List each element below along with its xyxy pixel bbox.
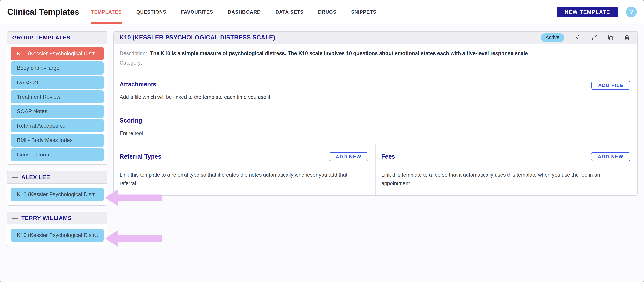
- sidebar-item-body-chart[interactable]: Body chart - large: [11, 61, 104, 75]
- practitioner-name: TERRY WILLIAMS: [21, 215, 72, 221]
- edit-icon[interactable]: [591, 34, 597, 41]
- practitioner-list-terry-williams: K10 (Kessler Psychological Distr…: [7, 224, 107, 246]
- group-templates-title: GROUP TEMPLATES: [12, 35, 70, 41]
- practitioner-list-alex-lee: K10 (Kessler Psychological Distr…: [7, 184, 107, 205]
- template-header: K10 (KESSLER PSYCHOLOGICAL DISTRESS SCAL…: [114, 32, 637, 44]
- sidebar-item-k10-alex-lee[interactable]: K10 (Kessler Psychological Distr…: [11, 188, 104, 201]
- collapse-dash-icon: —: [12, 174, 18, 181]
- description-section: Description: The K10 is a simple measure…: [114, 44, 637, 73]
- fees-section: Fees ADD NEW Link this template to a fee…: [376, 145, 637, 195]
- left-arrow-annotation-terry-williams: [106, 230, 162, 246]
- attachments-section: Attachments Add a file which will be lin…: [114, 73, 637, 109]
- left-arrow-annotation-alex-lee: [106, 190, 162, 206]
- add-fee-button[interactable]: ADD NEW: [591, 152, 630, 161]
- referral-types-title: Referral Types: [120, 153, 161, 160]
- collapse-dash-icon: —: [12, 215, 18, 221]
- practitioner-panel-alex-lee: — ALEX LEE K10 (Kessler Psychological Di…: [7, 171, 108, 206]
- tab-drugs[interactable]: DRUGS: [318, 1, 336, 24]
- description-label: Description:: [120, 51, 147, 56]
- delete-icon[interactable]: [624, 34, 630, 41]
- tab-questions[interactable]: QUESTIONS: [136, 1, 166, 24]
- group-templates-panel: GROUP TEMPLATES K10 (Kessler Psychologic…: [7, 31, 108, 165]
- attachments-title: Attachments: [120, 81, 272, 88]
- group-templates-list: K10 (Kessler Psychological Distr… Body c…: [7, 44, 107, 164]
- scoring-value: Entire tool: [120, 129, 630, 137]
- practitioner-name: ALEX LEE: [21, 174, 50, 181]
- category-label: Category:: [120, 60, 142, 66]
- app-logo: Clinical Templates: [7, 7, 79, 17]
- practitioner-panel-terry-williams: — TERRY WILLIAMS K10 (Kessler Psychologi…: [7, 212, 108, 246]
- description-value: The K10 is a simple measure of psycholog…: [150, 51, 528, 56]
- main-nav: TEMPLATES QUESTIONS FAVOURITES DASHBOARD…: [91, 1, 376, 24]
- status-badge: Active: [541, 33, 564, 42]
- sidebar-item-referral-acceptance[interactable]: Referral Acceptance: [11, 119, 104, 132]
- tab-dashboard[interactable]: DASHBOARD: [228, 1, 261, 24]
- tab-data-sets[interactable]: DATA SETS: [275, 1, 304, 24]
- add-file-button[interactable]: ADD FILE: [591, 81, 630, 90]
- copy-icon[interactable]: [607, 34, 614, 41]
- sidebar-item-k10-terry-williams[interactable]: K10 (Kessler Psychological Distr…: [11, 229, 104, 242]
- content-area: GROUP TEMPLATES K10 (Kessler Psychologic…: [0, 24, 644, 282]
- practitioner-header-alex-lee[interactable]: — ALEX LEE: [7, 171, 107, 184]
- scoring-section: Scoring Entire tool: [114, 109, 637, 145]
- template-actions: Active: [541, 33, 630, 42]
- sidebar-item-k10[interactable]: K10 (Kessler Psychological Distr…: [11, 47, 104, 60]
- new-template-button[interactable]: NEW TEMPLATE: [557, 7, 618, 17]
- tab-favourites[interactable]: FAVOURITES: [181, 1, 213, 24]
- sidebar-item-dass21[interactable]: DASS 21: [11, 76, 104, 89]
- scoring-title: Scoring: [120, 117, 630, 124]
- template-detail-card: K10 (KESSLER PSYCHOLOGICAL DISTRESS SCAL…: [114, 31, 638, 196]
- sidebar: GROUP TEMPLATES K10 (Kessler Psychologic…: [7, 31, 108, 246]
- add-referral-type-button[interactable]: ADD NEW: [329, 152, 368, 161]
- tab-snippets[interactable]: SNIPPETS: [351, 1, 376, 24]
- practitioner-header-terry-williams[interactable]: — TERRY WILLIAMS: [7, 212, 107, 224]
- sidebar-item-soap-notes[interactable]: SOAP Notes: [11, 105, 104, 118]
- fees-description: Link this template to a fee so that it a…: [381, 171, 626, 188]
- tab-templates[interactable]: TEMPLATES: [91, 1, 122, 24]
- sidebar-item-consent-form[interactable]: Consent form: [11, 148, 104, 161]
- referral-fees-row: Referral Types ADD NEW Link this templat…: [114, 145, 637, 195]
- sidebar-item-bmi[interactable]: BMI - Body Mass Index: [11, 134, 104, 147]
- template-title: K10 (KESSLER PSYCHOLOGICAL DISTRESS SCAL…: [120, 34, 275, 41]
- attachments-description: Add a file which will be linked to the t…: [120, 93, 272, 101]
- group-templates-header: GROUP TEMPLATES: [7, 32, 107, 44]
- referral-types-description: Link this template to a referral type so…: [120, 171, 364, 188]
- help-icon[interactable]: ?: [626, 7, 637, 17]
- preview-icon[interactable]: [574, 34, 581, 41]
- top-bar: Clinical Templates TEMPLATES QUESTIONS F…: [0, 1, 644, 24]
- referral-types-section: Referral Types ADD NEW Link this templat…: [114, 145, 376, 195]
- sidebar-item-treatment-review[interactable]: Treatment Review: [11, 90, 104, 103]
- fees-title: Fees: [381, 153, 395, 160]
